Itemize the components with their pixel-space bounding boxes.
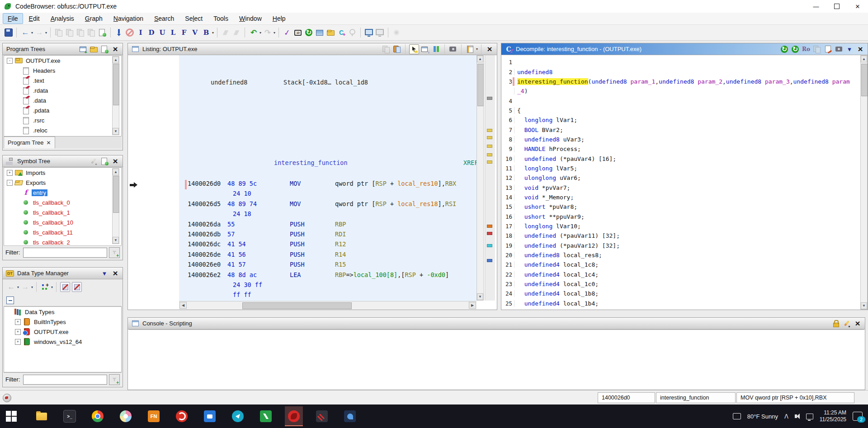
overview-marker[interactable] [487,153,492,156]
dropdown-arrow-icon[interactable]: ▾ [31,285,33,289]
dropdown-arrow-icon[interactable]: ▾ [274,31,275,35]
decompiled-code[interactable]: 12undefined83interesting_function(undefi… [501,55,859,310]
refresh-button[interactable] [304,28,313,37]
expand-icon[interactable]: + [15,329,21,335]
decompile-line-5[interactable]: 5{ [501,106,859,115]
symbol-tree-scrollbar[interactable]: ▲ ▼ [112,168,119,244]
decompile-line-14[interactable]: 14 void *_Memory; [501,193,859,202]
second-monitor-button[interactable] [375,28,384,37]
snapshot-page-button[interactable] [98,28,107,37]
paste-special-button[interactable] [65,28,74,37]
cursor-pin-button[interactable] [114,28,123,37]
edit-script-button[interactable] [842,319,851,328]
tree-item-tls-callback-2[interactable]: tls_callback_2 [4,237,121,246]
decompile-line-1[interactable]: 1 [501,57,859,67]
tree-item-output-exe[interactable]: +OUTPUT.exe [4,327,121,337]
close-panel-button[interactable] [856,45,865,54]
decompile-line-23[interactable]: 23 undefined4 local_1c0; [501,279,859,289]
goto-view-button[interactable] [100,45,109,54]
taskbar-terminal-icon[interactable] [61,406,79,426]
taskbar-paint-app-icon[interactable] [341,406,359,426]
decompile-line-22[interactable]: 22 undefined4 local_1c4; [501,270,859,279]
dtm-collapse-all-button[interactable] [6,296,14,304]
tree-item-tls-callback-11[interactable]: tls_callback_11 [4,227,121,237]
overview-marker[interactable] [487,160,492,164]
tab-program-tree[interactable]: Program Tree ✕ [4,136,55,148]
sweep-button-1[interactable] [221,28,230,37]
taskbar-photos-icon[interactable] [117,406,135,426]
menu-tools[interactable]: Tools [208,13,233,24]
listing-row-1400026de[interactable]: 1400026de41 56PUSHR14 [179,251,476,261]
close-panel-button[interactable] [853,319,862,328]
scroll-down-icon[interactable]: ▼ [477,293,483,300]
taskbar-teal-app-icon[interactable] [229,406,247,426]
decompile-line-17[interactable]: 17 longlong lVar10; [501,221,859,231]
copy-button[interactable] [812,45,821,54]
undo-button[interactable] [249,28,258,37]
decompile-line-21[interactable]: 21 undefined4 local_1c8; [501,260,859,269]
forward-button[interactable] [35,28,44,37]
scroll-right-icon[interactable]: ▶ [469,302,476,309]
back-button[interactable] [21,28,30,37]
tree-item-output-exe[interactable]: -OUTPUT.exe [4,56,121,66]
dropdown-arrow-icon[interactable]: ▾ [259,31,261,35]
decompile-line-20[interactable]: 20 undefined8 local_res8; [501,250,859,260]
decompile-line-12[interactable]: 12 ulonglong uVar6; [501,173,859,183]
save-button[interactable] [5,28,13,37]
cursor-tool-toggle[interactable] [409,44,419,54]
overview-marker[interactable] [487,129,492,132]
tray-expand-icon[interactable]: ᐱ [784,413,788,420]
decompile-line-7[interactable]: 7 BOOL BVar2; [501,125,859,134]
overview-marker[interactable] [487,97,492,100]
scroll-down-icon[interactable]: ▼ [113,128,119,135]
overview-marker[interactable] [487,244,492,247]
menu-window[interactable]: Window [234,13,267,24]
tree-item--rdata[interactable]: .rdata [4,85,121,95]
expand-icon[interactable]: + [15,339,21,345]
decompile-line-19[interactable]: 19 undefined (*pauVar12) [32]; [501,241,859,250]
scroll-up-icon[interactable]: ▲ [477,56,483,62]
notification-center-icon[interactable]: 2 [853,412,863,421]
decompile-line-2[interactable]: 2undefined8 [501,67,859,76]
settings-button[interactable] [392,28,401,37]
tree-item--rsrc[interactable]: .rsrc [4,115,121,125]
listing-row-1400026db[interactable]: 1400026db57PUSHRDI [179,230,476,240]
panel-menu-button[interactable] [100,269,109,278]
clock[interactable]: 11:25 AM 11/25/2025 [820,409,846,423]
diff-view-button[interactable] [432,45,441,54]
scroll-thumb[interactable] [861,64,868,96]
taskbar-dark-dragon-app-icon[interactable] [313,406,331,426]
dtm-back-button[interactable] [7,282,16,292]
program-tree-scrollbar[interactable]: ▲ ▼ [112,56,119,135]
copy-button[interactable] [382,45,391,54]
scroll-thumb[interactable] [477,64,484,106]
function-button[interactable] [179,28,189,37]
expand-icon[interactable]: + [15,319,21,325]
overview-marker[interactable] [487,225,492,228]
menu-edit[interactable]: Edit [24,13,45,24]
collapse-icon[interactable]: - [7,58,13,64]
overview-marker[interactable] [487,232,492,235]
taskbar-file-explorer-icon[interactable] [33,406,51,426]
plugin-button[interactable] [348,28,357,37]
listing-hscrollbar[interactable]: ◀ ▶ [179,301,476,310]
export-c-button[interactable] [823,45,832,54]
scroll-down-icon[interactable]: ▼ [861,302,867,309]
taskbar-blue-app-icon[interactable] [201,406,219,426]
menu-help[interactable]: Help [268,13,291,24]
console-output[interactable] [129,329,864,389]
decompile-line-24[interactable]: 24 undefined4 local_1b8; [501,289,859,298]
tree-item-headers[interactable]: Headers [4,66,121,75]
listing-row-1400026d0[interactable]: 1400026d048 89 5cMOVqword ptr [RSP + loc… [179,180,476,190]
taskbar-red-app-icon[interactable] [173,406,191,426]
menu-graph[interactable]: Graph [80,13,108,24]
tree-item-tls-callback-0[interactable]: tls_callback_0 [4,198,121,207]
base-converter-button[interactable] [293,28,302,37]
instruction-button[interactable] [136,28,145,37]
sweep-button-2[interactable] [232,28,241,37]
scroll-thumb[interactable] [113,176,119,213]
decompile-vscrollbar[interactable]: ▲ ▼ [860,55,868,310]
edit-symbol-button[interactable] [89,157,98,166]
decompile-line-15[interactable]: 15 ushort *puVar8; [501,202,859,212]
copy-button[interactable] [76,28,85,37]
